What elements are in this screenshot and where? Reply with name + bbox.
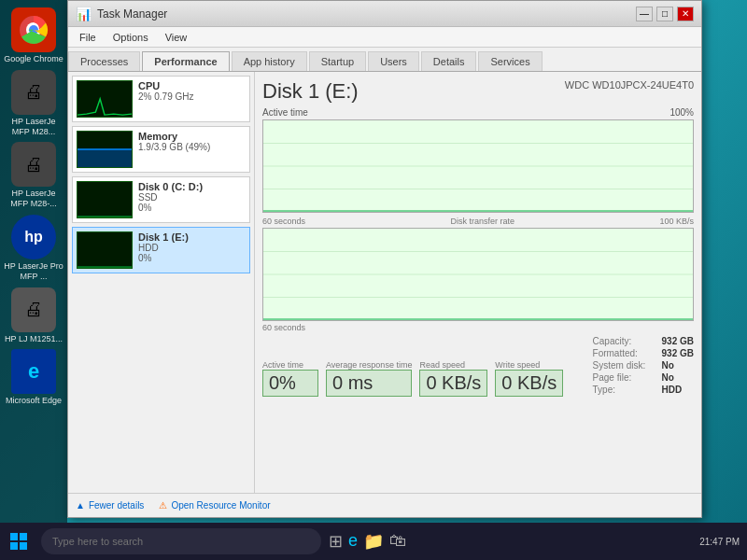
hp-pro-label: HP LaserJe Pro MFP ... <box>4 261 63 282</box>
info-row-capacity: Capacity: 932 GB <box>593 336 694 346</box>
taskview-icon[interactable]: ⊞ <box>329 531 343 552</box>
pagefile-key: Page file: <box>593 372 658 383</box>
left-panel: CPU 2% 0.79 GHz Memory 1.9/3.9 GB (4 <box>68 72 255 495</box>
info-row-system: System disk: No <box>593 360 694 371</box>
pagefile-val: No <box>662 372 674 383</box>
disk1-info: Disk 1 (E:) HDD0% <box>138 231 246 269</box>
task-manager-window: 📊 Task Manager — □ ✕ File Options View P… <box>67 0 702 518</box>
tab-app-history[interactable]: App history <box>232 51 307 71</box>
active-time-stat-label: Active time <box>262 360 318 370</box>
perf-item-cpu[interactable]: CPU 2% 0.79 GHz <box>72 76 250 122</box>
stats-row: Active time 0% Average response time 0 m… <box>262 336 694 397</box>
read-speed-box: 0 KB/s <box>419 370 487 397</box>
hp-pro-icon: hp <box>11 215 56 259</box>
svg-rect-11 <box>20 533 27 540</box>
type-key: Type: <box>593 385 658 395</box>
svg-rect-12 <box>10 542 18 550</box>
sidebar: Google Chrome 🖨 HP LaserJe MFP M28... 🖨 … <box>0 0 67 523</box>
tab-processes[interactable]: Processes <box>68 51 140 71</box>
tab-performance[interactable]: Performance <box>142 51 229 71</box>
titlebar-title: Task Manager <box>97 7 636 21</box>
desktop: Google Chrome 🖨 HP LaserJe MFP M28... 🖨 … <box>0 0 747 560</box>
memory-value: 1.9/3.9 GB (49%) <box>138 142 246 152</box>
active-time-stat: Active time 0% <box>262 360 318 397</box>
hp2-icon: 🖨 <box>11 142 56 187</box>
tab-bar: Processes Performance App history Startu… <box>68 48 701 72</box>
svg-marker-3 <box>78 149 132 167</box>
cpu-title: CPU <box>138 80 246 91</box>
fewer-details-link[interactable]: ▲ Fewer details <box>76 500 144 511</box>
tab-services[interactable]: Services <box>478 51 542 71</box>
memory-title: Memory <box>138 131 246 142</box>
disk1-value: HDD0% <box>138 243 246 263</box>
menu-view[interactable]: View <box>158 30 195 45</box>
sixty-seconds-label: 60 seconds <box>262 217 305 226</box>
disk-transfer-max: 100 KB/s <box>659 217 694 226</box>
taskbar: ⊞ e 📁 🛍 21:47 PM <box>0 523 747 560</box>
hp1-label: HP LaserJe MFP M28... <box>4 117 63 137</box>
store-icon[interactable]: 🛍 <box>389 531 406 552</box>
read-speed-label: Read speed <box>419 360 487 370</box>
perf-item-disk1[interactable]: Disk 1 (E:) HDD0% <box>72 227 250 273</box>
avg-response-stat: Average response time 0 ms <box>326 360 412 397</box>
sidebar-item-hplj[interactable]: 🖨 HP LJ M1251... <box>4 287 63 344</box>
sidebar-item-hp-pro[interactable]: hp HP LaserJe Pro MFP ... <box>4 215 63 282</box>
avg-response-box: 0 ms <box>326 370 412 397</box>
edge-icon: e <box>11 349 56 394</box>
taskbar-app-icons: ⊞ e 📁 🛍 <box>329 531 406 552</box>
system-key: System disk: <box>593 360 658 371</box>
write-speed-box: 0 KB/s <box>495 370 563 397</box>
menu-options[interactable]: Options <box>106 30 156 45</box>
read-speed-value: 0 KB/s <box>426 372 481 393</box>
hp2-label: HP LaserJe MFP M28-... <box>4 189 63 209</box>
svg-rect-13 <box>20 542 27 550</box>
active-time-chart <box>262 119 694 213</box>
avg-response-label: Average response time <box>326 360 412 370</box>
disk1-graph <box>77 231 133 269</box>
disk-transfer-label: Disk transfer rate <box>450 217 514 226</box>
sidebar-item-hp1[interactable]: 🖨 HP LaserJe MFP M28... <box>4 70 63 137</box>
folder-icon[interactable]: 📁 <box>363 531 384 552</box>
sidebar-item-chrome[interactable]: Google Chrome <box>4 7 63 64</box>
capacity-val: 932 GB <box>662 336 694 346</box>
disk-title: Disk 1 (E:) <box>262 79 359 104</box>
resource-monitor-icon: ⚠ <box>159 500 167 511</box>
minimize-button[interactable]: — <box>636 7 653 21</box>
tab-startup[interactable]: Startup <box>309 51 366 71</box>
disk1-title: Disk 1 (E:) <box>138 231 246 243</box>
memory-info: Memory 1.9/3.9 GB (49%) <box>138 131 246 168</box>
perf-item-disk0[interactable]: Disk 0 (C: D:) SSD0% <box>72 176 250 223</box>
cpu-info: CPU 2% 0.79 GHz <box>138 80 246 118</box>
chrome-icon <box>11 7 56 52</box>
open-resource-monitor-link[interactable]: ⚠ Open Resource Monitor <box>159 500 270 511</box>
menubar: File Options View <box>68 27 701 48</box>
close-button[interactable]: ✕ <box>677 7 694 21</box>
search-input[interactable] <box>41 528 321 554</box>
maximize-button[interactable]: □ <box>656 7 673 21</box>
formatted-key: Formatted: <box>593 348 658 358</box>
active-time-label-row: Active time 100% <box>262 107 694 118</box>
disk0-graph <box>77 181 133 218</box>
titlebar: 📊 Task Manager — □ ✕ <box>68 1 701 27</box>
window-controls: — □ ✕ <box>636 7 694 21</box>
system-val: No <box>662 360 674 371</box>
taskbar-right: 21:47 PM <box>699 537 747 547</box>
sidebar-item-hp2[interactable]: 🖨 HP LaserJe MFP M28-... <box>4 142 63 209</box>
tab-details[interactable]: Details <box>421 51 477 71</box>
sidebar-item-edge[interactable]: e Microsoft Edge <box>4 349 63 406</box>
avg-response-value: 0 ms <box>332 372 373 393</box>
info-table: Capacity: 932 GB Formatted: 932 GB Syste… <box>593 336 694 397</box>
chrome-label: Google Chrome <box>4 54 63 64</box>
active-time-label: Active time <box>262 107 308 118</box>
hplj-icon: 🖨 <box>11 287 56 332</box>
formatted-val: 932 GB <box>662 348 694 358</box>
info-row-type: Type: HDD <box>593 385 694 395</box>
menu-file[interactable]: File <box>72 30 104 45</box>
tab-users[interactable]: Users <box>368 51 419 71</box>
perf-item-memory[interactable]: Memory 1.9/3.9 GB (49%) <box>72 126 250 173</box>
start-button[interactable] <box>0 523 37 560</box>
memory-graph <box>77 131 133 168</box>
edge-taskbar-icon[interactable]: e <box>348 531 358 552</box>
chevron-icon: ▲ <box>76 500 85 511</box>
read-speed-stat: Read speed 0 KB/s <box>419 360 487 397</box>
